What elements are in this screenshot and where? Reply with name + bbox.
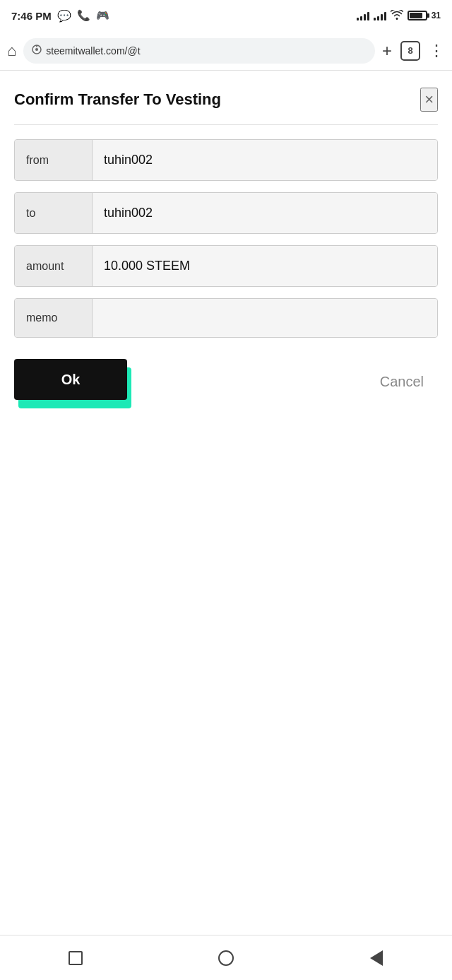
- amount-value: 10.000 STEEM: [93, 246, 437, 286]
- url-text: steemitwallet.com/@t: [46, 45, 367, 57]
- ok-button[interactable]: Ok: [14, 359, 127, 400]
- dialog-divider: [14, 124, 438, 125]
- battery-icon: [408, 11, 427, 20]
- wifi-icon: [391, 10, 403, 22]
- battery-level: 31: [432, 11, 441, 20]
- amount-field-row: amount 10.000 STEEM: [14, 245, 438, 287]
- close-dialog-button[interactable]: ×: [420, 88, 438, 112]
- url-security-icon: [32, 45, 42, 57]
- to-field-row: to tuhin002: [14, 192, 438, 234]
- home-nav-button[interactable]: [208, 944, 244, 972]
- square-icon: [69, 951, 83, 965]
- memo-field-row: memo: [14, 298, 438, 338]
- browser-actions: + 8 ⋮: [382, 41, 445, 61]
- back-nav-button[interactable]: [359, 944, 394, 972]
- memo-label: memo: [15, 299, 93, 337]
- back-arrow-icon: [370, 950, 383, 966]
- svg-point-1: [35, 48, 38, 51]
- to-label: to: [15, 193, 93, 233]
- bottom-nav: [0, 935, 452, 980]
- more-options-button[interactable]: ⋮: [429, 42, 445, 60]
- to-value: tuhin002: [93, 193, 437, 233]
- circle-icon: [218, 950, 234, 966]
- status-bar: 7:46 PM 💬 📞 🎮: [0, 0, 452, 31]
- amount-label: amount: [15, 246, 93, 286]
- dialog-header: Confirm Transfer To Vesting ×: [14, 88, 438, 112]
- status-bar-right: 31: [357, 10, 441, 22]
- game-icon: 🎮: [96, 9, 109, 22]
- home-button[interactable]: ⌂: [7, 42, 16, 60]
- from-value: tuhin002: [93, 140, 437, 180]
- cancel-button[interactable]: Cancel: [134, 374, 438, 390]
- status-bar-left: 7:46 PM 💬 📞 🎮: [11, 9, 109, 23]
- dialog-actions: Ok Cancel: [14, 359, 438, 404]
- phone-icon: 📞: [77, 9, 90, 22]
- page-content: Confirm Transfer To Vesting × from tuhin…: [0, 71, 452, 935]
- time-display: 7:46 PM: [11, 10, 52, 22]
- confirm-transfer-dialog: Confirm Transfer To Vesting × from tuhin…: [0, 71, 452, 425]
- from-field-row: from tuhin002: [14, 139, 438, 181]
- whatsapp-icon: 💬: [57, 9, 71, 23]
- add-tab-button[interactable]: +: [382, 42, 392, 59]
- dialog-title: Confirm Transfer To Vesting: [14, 90, 221, 109]
- signal-bars-2: [374, 11, 386, 20]
- memo-value[interactable]: [93, 299, 437, 337]
- from-label: from: [15, 140, 93, 180]
- url-bar[interactable]: steemitwallet.com/@t: [23, 38, 375, 64]
- recent-apps-button[interactable]: [58, 944, 93, 972]
- browser-bar: ⌂ steemitwallet.com/@t + 8 ⋮: [0, 31, 452, 71]
- ok-button-wrapper: Ok: [14, 359, 134, 404]
- signal-bars-1: [357, 11, 369, 20]
- tabs-count-button[interactable]: 8: [400, 41, 420, 61]
